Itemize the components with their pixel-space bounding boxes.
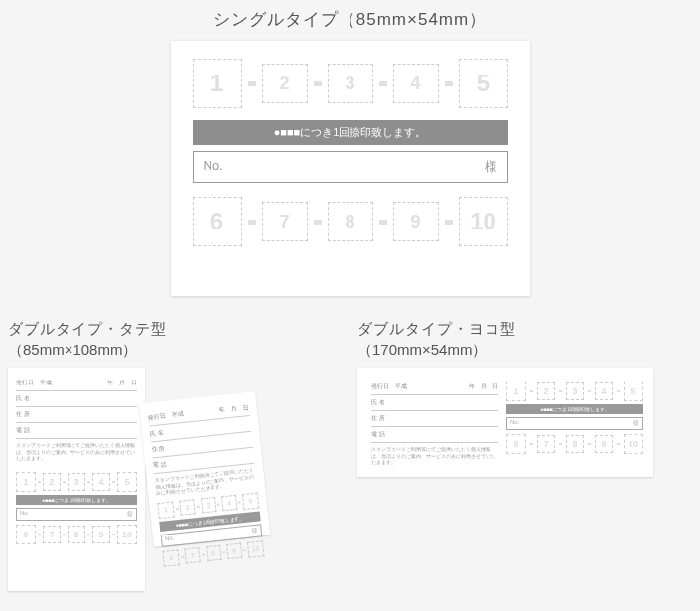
single-card: 1 2 3 4 5 ●■■■につき1回捺印致します。 No. 様 6 7 8 9…	[171, 41, 530, 296]
vert-card-folded: 発行日 平成年月日 氏 名 住 所 電 話 スタンプカードご利用等にてご提供いた…	[139, 391, 271, 547]
horiz-form: 発行日 平成年月日 氏 名 住 所 電 話 スタンプカードご利用等にてご提供いた…	[365, 376, 504, 469]
punch-note-bar: ●■■■につき1回捺印致します。	[193, 120, 508, 145]
vert-stamp-top: 1 2 3 4 5	[16, 472, 137, 492]
horiz-title2: （170mm×54mm）	[357, 341, 653, 360]
vert-bar: ●■■■につき1回捺印致します。	[16, 495, 137, 505]
horiz-title1: ダブルタイプ・ヨコ型	[357, 320, 653, 339]
stamp-row-bottom: 6 7 8 9 10	[193, 197, 508, 246]
horiz-stamps: 1 2 3 4 5 ●■■■につき1回捺印致します。 No.様 6 7 8 9 …	[504, 376, 645, 469]
stamp-10: 10	[459, 197, 508, 246]
vert-name-line: 氏 名	[16, 391, 137, 407]
no-field: No. 様	[193, 151, 508, 183]
single-title: シングルタイプ（85mm×54mm）	[8, 8, 692, 31]
stamp-6: 6	[193, 197, 242, 246]
no-label: No.	[204, 158, 223, 176]
vert-tel-line: 電 話	[16, 423, 137, 439]
vert-title1: ダブルタイプ・タテ型	[8, 320, 286, 339]
stamp-9: 9	[393, 202, 439, 241]
vert-card-flat: 発行日 平成年月日 氏 名 住 所 電 話 スタンプカードご利用等にてご提供いた…	[8, 368, 145, 591]
stamp-1: 1	[193, 59, 242, 108]
horiz-card: 発行日 平成年月日 氏 名 住 所 電 話 スタンプカードご利用等にてご提供いた…	[357, 368, 653, 477]
stamp-7: 7	[262, 202, 308, 241]
vert-date-line: 発行日 平成年月日	[16, 376, 137, 391]
stamp-8: 8	[328, 202, 373, 241]
sama-label: 様	[485, 158, 497, 176]
vert-addr-line: 住 所	[16, 407, 137, 423]
stamp-row-top: 1 2 3 4 5	[193, 59, 508, 108]
stamp-4: 4	[393, 64, 439, 103]
vert-title2: （85mm×108mm）	[8, 341, 286, 360]
stamp-5: 5	[459, 59, 508, 108]
stamp-3: 3	[328, 64, 373, 103]
vert-no: No.様	[16, 508, 137, 521]
vert-stamp-bottom: 6 7 8 9 10	[16, 525, 137, 544]
stamp-2: 2	[262, 64, 308, 103]
vert-note: スタンプカードご利用等にてご提供いただく個人情報は、当項よりのご案内、サービスの…	[16, 442, 137, 462]
